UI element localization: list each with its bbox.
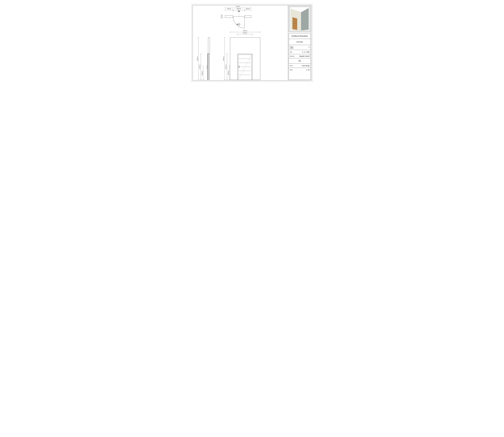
dim-label: 230.0 cm xyxy=(225,6,251,7)
dim-label: 60.0 cm xyxy=(245,8,251,9)
tb-name-lbl: Name xyxy=(290,65,297,66)
dim-label: 119.3 cm xyxy=(202,71,203,75)
tb-scale-val: 1 : 20 xyxy=(297,69,310,71)
elevation-view: 230.0 cm 115.0 cm 370.0 cm 227.5 cm xyxy=(218,31,268,82)
svg-line-2 xyxy=(238,55,252,80)
dim-label: 230.0 cm xyxy=(230,30,260,31)
dim-label: 370.0 cm xyxy=(197,57,198,61)
callout-number: 2 xyxy=(237,23,241,23)
titleblock: Families & Parameters Final Task Project… xyxy=(288,5,311,80)
section-door-handle xyxy=(207,66,207,69)
tb-scale-lbl: Scale xyxy=(290,69,297,70)
section-wall xyxy=(208,38,210,54)
dim-label: 70.0 cm xyxy=(225,8,233,9)
elevation-door-handle xyxy=(239,66,239,68)
tb-title1: Families & Parameters xyxy=(290,35,310,37)
perspective-view xyxy=(289,6,311,32)
tb-date-lbl: Date xyxy=(290,51,297,53)
dim-label: 370.0 cm xyxy=(223,57,224,61)
section-view: 370.0 cm 227.5 cm 119.3 cm xyxy=(198,37,215,81)
tb-date-val: 9 - 9 - 2023 xyxy=(297,51,310,53)
tb-proj-val: 7 xyxy=(297,46,310,49)
tb-drawn-lbl: Drawn by xyxy=(290,56,297,57)
elevation-door-leaf xyxy=(238,55,252,80)
dim-label: 227.5 cm xyxy=(225,65,227,69)
section-door-profile xyxy=(208,54,209,80)
dim-label: 121.8 cm xyxy=(228,71,229,75)
plan-view: 230.0 cm 70.0 cm 100.0 cm 60.0 cm xyxy=(221,7,258,31)
plan-wall-left xyxy=(225,15,233,18)
tb-name-val: Door Family xyxy=(297,65,310,67)
dim-label: 115.0 cm xyxy=(237,32,252,34)
section-frame xyxy=(209,54,209,80)
tb-title2: Final Task xyxy=(290,41,310,43)
svg-marker-4 xyxy=(301,8,309,30)
dim-label: 20.0 cm xyxy=(221,15,222,18)
sheet: 230.0 cm 70.0 cm 100.0 cm 60.0 cm xyxy=(192,4,312,82)
svg-rect-12 xyxy=(293,23,293,25)
tb-drawn-val: Mayada Youssef xyxy=(297,55,310,57)
dim-label: 100.0 cm xyxy=(233,8,245,9)
tb-proj-lbl: Project number xyxy=(290,46,297,49)
drawing-viewport: 230.0 cm 70.0 cm 100.0 cm 60.0 cm xyxy=(193,5,288,80)
callout-sheet: A3 xyxy=(237,24,241,25)
dim-label: 227.5 cm xyxy=(199,65,200,69)
tb-sheet: A3 xyxy=(290,60,310,62)
